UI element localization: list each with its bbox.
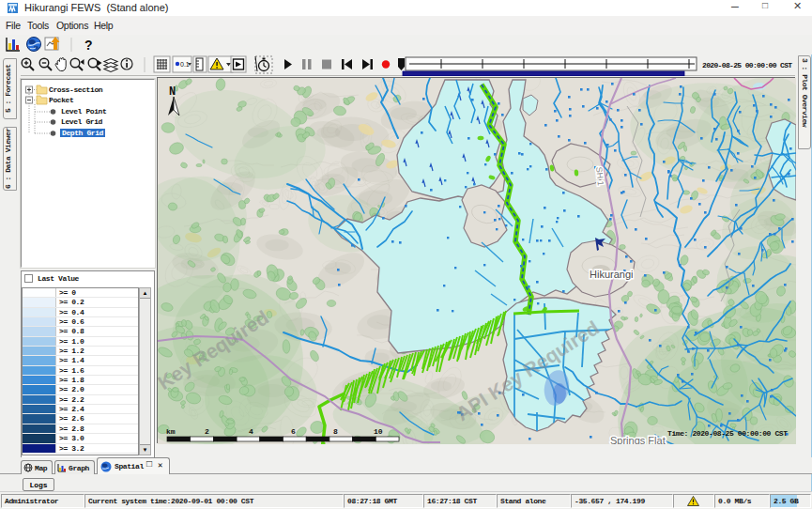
svg-text:?: ? (84, 38, 93, 53)
svg-text:2: 2 (205, 427, 209, 436)
svg-text:0.1: 0.1 (180, 61, 190, 68)
svg-text:4: 4 (249, 427, 253, 436)
svg-text:Hikurangi: Hikurangi (590, 269, 633, 280)
svg-text:2020-08-25 00:00:00 CST: 2020-08-25 00:00:00 CST (702, 61, 792, 69)
svg-text:SH 1: SH 1 (594, 166, 605, 186)
svg-text:km: km (166, 427, 176, 436)
svg-text:Time: 2020-08-25 00:00:00 CST: Time: 2020-08-25 00:00:00 CST (667, 429, 788, 438)
svg-text:N: N (169, 85, 176, 99)
svg-text:10: 10 (374, 427, 383, 436)
svg-text:Springs Flat: Springs Flat (610, 435, 666, 444)
svg-text:6: 6 (291, 427, 296, 436)
svg-text:8: 8 (333, 427, 338, 436)
